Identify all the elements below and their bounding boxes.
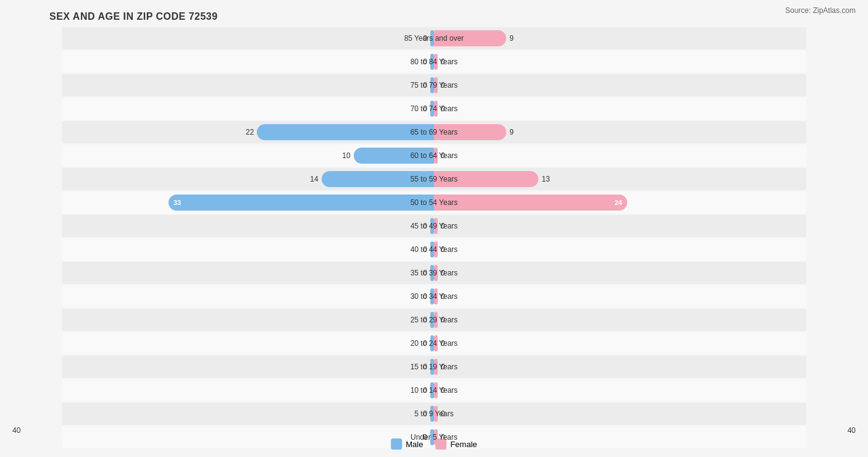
female-bar: 0 [434,54,438,70]
male-zero-value: 0 [423,386,427,395]
bar-row: 0075 to 79 Years [62,74,806,96]
bar-row: 0015 to 19 Years [62,356,806,378]
male-zero-value: 0 [423,81,427,90]
bar-row: 0080 to 84 Years [62,51,806,73]
female-bar: 0 [434,148,438,164]
female-zero-value: 0 [441,339,445,348]
male-bar: 33 [169,195,434,211]
female-zero-value: 0 [441,222,445,230]
female-bar: 0 [434,335,438,351]
female-zero-value: 0 [441,151,445,160]
bar-row: 0045 to 49 Years [62,215,806,237]
bar-row: 0040 to 44 Years [62,238,806,261]
male-value: 22 [246,128,254,136]
bar-row: 0985 Years and over [62,27,806,49]
female-bar: 0 [434,406,438,422]
axis-left-label: 40 [12,426,20,435]
female-bar: 0 [434,359,438,375]
female-bar: 0 [434,265,438,281]
bar-row: 22965 to 69 Years [62,121,806,143]
male-zero-value: 0 [423,316,427,324]
female-zero-value: 0 [441,104,445,113]
chart-area: 0985 Years and over0080 to 84 Years0075 … [62,27,806,448]
female-zero-value: 0 [441,81,445,90]
bar-row: 332450 to 54 Years [62,191,806,214]
male-bar: 10 [354,148,434,164]
female-bar: 0 [434,288,438,304]
female-value: 24 [614,199,622,206]
female-zero-value: 0 [441,363,445,371]
bar-row: 0035 to 39 Years [62,262,806,284]
male-value: 10 [342,151,350,160]
legend-female: Female [435,438,477,450]
bar-row: 10060 to 64 Years [62,145,806,167]
male-zero-value: 0 [423,292,427,301]
axis-right-label: 40 [848,426,856,435]
female-bar: 13 [434,171,538,187]
legend-female-label: Female [450,440,477,449]
female-bar: 0 [434,241,438,258]
male-zero-value: 0 [423,409,427,418]
female-bar: 0 [434,312,438,328]
female-bar: 9 [434,30,506,46]
male-value: 33 [173,199,181,206]
bar-row: 141355 to 59 Years [62,168,806,190]
female-value: 13 [541,175,549,183]
bar-row: 0070 to 74 Years [62,98,806,120]
bar-row: 0020 to 24 Years [62,332,806,354]
female-value: 9 [509,34,514,43]
female-zero-value: 0 [441,269,445,277]
male-zero-value: 0 [423,34,427,43]
female-zero-value: 0 [441,409,445,418]
male-zero-value: 0 [423,339,427,348]
female-bar: 9 [434,124,506,140]
male-zero-value: 0 [423,222,427,230]
female-zero-value: 0 [441,245,445,254]
male-zero-value: 0 [423,269,427,277]
female-bar: 0 [434,218,438,234]
female-zero-value: 0 [441,316,445,324]
female-bar: 24 [434,195,627,211]
male-zero-value: 0 [423,245,427,254]
female-zero-value: 0 [441,386,445,395]
bar-row: 005 to 9 Years [62,403,806,425]
source-label: Source: ZipAtlas.com [785,6,856,15]
chart-title: SEX AND AGE IN ZIP CODE 72539 [12,6,856,25]
male-value: 14 [310,175,318,183]
male-bar: 22 [257,124,434,140]
female-bar: 0 [434,77,438,93]
male-zero-value: 0 [423,57,427,66]
chart-legend: Male Female [391,438,477,450]
female-bar: 0 [434,382,438,398]
male-zero-value: 0 [423,104,427,113]
female-bar: 0 [434,101,438,117]
bar-row: 0010 to 14 Years [62,379,806,401]
legend-male-color [391,438,402,450]
female-zero-value: 0 [441,57,445,66]
legend-male: Male [391,438,423,450]
male-bar: 14 [322,171,434,187]
female-zero-value: 0 [441,292,445,301]
legend-female-color [435,438,446,450]
bar-row: 0030 to 34 Years [62,285,806,308]
bar-row: 0025 to 29 Years [62,309,806,331]
legend-male-label: Male [406,440,423,449]
female-value: 9 [509,128,514,136]
male-zero-value: 0 [423,363,427,371]
chart-container: SEX AND AGE IN ZIP CODE 72539 Source: Zi… [0,0,868,457]
